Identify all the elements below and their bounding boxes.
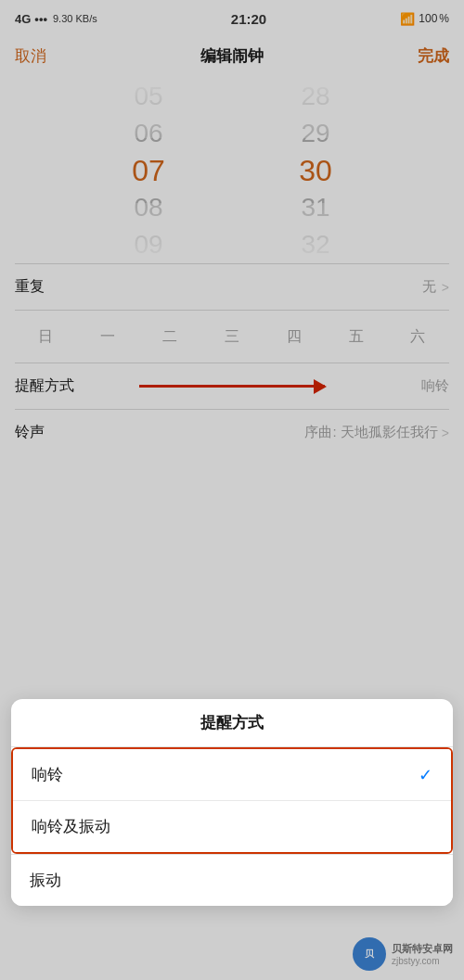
popup-item-ring-vibrate[interactable]: 响铃及振动 bbox=[13, 800, 451, 852]
popup-sheet: 提醒方式 响铃 ✓ 响铃及振动 振动 bbox=[11, 699, 453, 906]
checkmark-icon: ✓ bbox=[419, 765, 432, 785]
popup-title: 提醒方式 bbox=[11, 699, 453, 747]
popup-overlay[interactable]: 提醒方式 响铃 ✓ 响铃及振动 振动 bbox=[0, 0, 464, 980]
popup-item-vibrate[interactable]: 振动 bbox=[11, 854, 453, 906]
popup-item-ring-label: 响铃 bbox=[32, 764, 63, 785]
popup-items-bordered: 响铃 ✓ 响铃及振动 bbox=[11, 747, 453, 854]
popup-item-ring[interactable]: 响铃 ✓ bbox=[13, 749, 451, 800]
popup-item-ring-vibrate-label: 响铃及振动 bbox=[32, 816, 110, 837]
popup-item-vibrate-label: 振动 bbox=[30, 870, 61, 891]
